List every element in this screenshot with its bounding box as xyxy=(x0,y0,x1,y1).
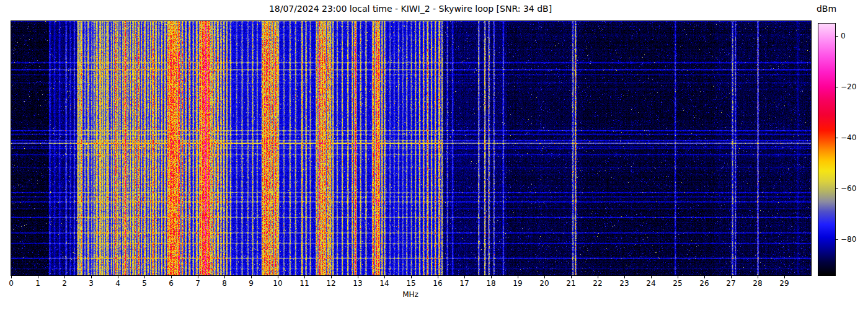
x-tick xyxy=(198,276,198,278)
x-tick-label: 24 xyxy=(640,279,662,288)
x-tick xyxy=(331,276,332,278)
x-tick xyxy=(598,276,598,278)
x-tick-label: 23 xyxy=(614,279,635,288)
colorbar-tick-label: −60 xyxy=(841,184,856,193)
x-tick xyxy=(11,276,12,278)
spectrogram-figure: 18/07/2024 23:00 local time - KIWI_2 - S… xyxy=(0,0,868,310)
x-tick xyxy=(224,276,225,278)
x-tick-label: 26 xyxy=(694,279,715,288)
x-tick xyxy=(491,276,492,278)
x-tick-label: 9 xyxy=(241,279,262,288)
x-tick xyxy=(784,276,785,278)
x-tick xyxy=(518,276,518,278)
colorbar xyxy=(818,23,836,276)
x-tick-label: 28 xyxy=(747,279,768,288)
x-tick xyxy=(544,276,545,278)
x-tick xyxy=(384,276,385,278)
colorbar-tick xyxy=(836,188,838,189)
x-tick xyxy=(171,276,172,278)
x-tick-label: 16 xyxy=(427,279,448,288)
x-tick xyxy=(624,276,625,278)
x-axis-label: MHz xyxy=(11,290,810,299)
x-tick-label: 27 xyxy=(720,279,742,288)
colorbar-tick xyxy=(836,138,838,138)
colorbar-tick-label: −40 xyxy=(841,133,856,142)
x-tick xyxy=(118,276,118,278)
colorbar-tick xyxy=(836,87,838,87)
x-tick-label: 15 xyxy=(401,279,422,288)
x-tick xyxy=(91,276,92,278)
x-tick-label: 12 xyxy=(321,279,342,288)
x-tick-label: 17 xyxy=(454,279,475,288)
x-tick-label: 13 xyxy=(347,279,368,288)
x-tick xyxy=(758,276,758,278)
x-tick-label: 2 xyxy=(54,279,75,288)
x-tick xyxy=(438,276,438,278)
x-tick-label: 14 xyxy=(374,279,395,288)
colorbar-tick-label: −20 xyxy=(841,82,856,91)
colorbar-tick xyxy=(836,239,838,240)
x-tick-label: 7 xyxy=(187,279,208,288)
x-tick-label: 1 xyxy=(27,279,48,288)
chart-title: 18/07/2024 23:00 local time - KIWI_2 - S… xyxy=(11,4,810,14)
x-tick xyxy=(64,276,65,278)
x-tick xyxy=(411,276,412,278)
x-tick xyxy=(358,276,358,278)
x-tick xyxy=(704,276,705,278)
x-tick-label: 20 xyxy=(534,279,555,288)
x-tick-label: 10 xyxy=(267,279,288,288)
x-tick-label: 0 xyxy=(1,279,22,288)
x-tick xyxy=(144,276,145,278)
colorbar-tick-label: −80 xyxy=(841,235,856,244)
x-tick-label: 6 xyxy=(161,279,182,288)
colorbar-unit-label: dBm xyxy=(810,4,843,14)
spectrogram-heatmap xyxy=(11,21,811,275)
x-tick-label: 4 xyxy=(107,279,128,288)
x-tick xyxy=(651,276,652,278)
x-tick xyxy=(464,276,465,278)
x-tick-label: 11 xyxy=(294,279,315,288)
x-tick-label: 29 xyxy=(774,279,795,288)
x-tick xyxy=(278,276,278,278)
x-tick-label: 19 xyxy=(507,279,528,288)
x-tick-label: 3 xyxy=(81,279,102,288)
x-tick xyxy=(678,276,678,278)
x-tick-label: 25 xyxy=(667,279,688,288)
x-tick-label: 21 xyxy=(560,279,582,288)
x-tick xyxy=(304,276,305,278)
x-tick-label: 5 xyxy=(134,279,155,288)
x-tick xyxy=(731,276,732,278)
colorbar-tick-label: 0 xyxy=(841,32,846,40)
plot-area xyxy=(11,20,812,276)
x-tick xyxy=(251,276,252,278)
x-tick-label: 8 xyxy=(214,279,235,288)
x-tick-label: 22 xyxy=(587,279,608,288)
x-tick xyxy=(38,276,38,278)
x-tick xyxy=(571,276,572,278)
colorbar-tick xyxy=(836,36,838,37)
x-tick-label: 18 xyxy=(480,279,502,288)
